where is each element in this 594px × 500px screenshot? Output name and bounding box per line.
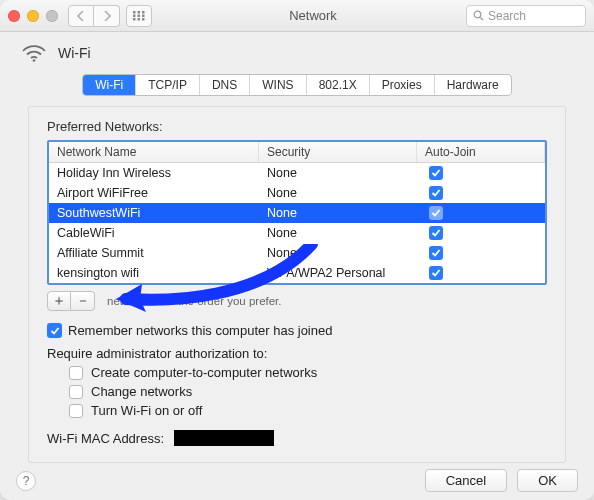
cell-name: Airport WiFiFree	[49, 185, 259, 201]
preferred-networks-label: Preferred Networks:	[47, 119, 547, 134]
cell-name: SouthwestWiFi	[49, 205, 259, 221]
cell-autojoin	[417, 165, 545, 181]
remember-checkbox[interactable]	[47, 323, 62, 338]
tab-hardware[interactable]: Hardware	[435, 75, 511, 95]
table-row[interactable]: kensington wifiWPA/WPA2 Personal	[49, 263, 545, 283]
footer: ? Cancel OK	[0, 463, 594, 500]
tab-wifi[interactable]: Wi-Fi	[83, 75, 136, 95]
window-title: Network	[289, 8, 337, 23]
cell-autojoin	[417, 225, 545, 241]
svg-rect-5	[142, 14, 145, 17]
require-checkbox[interactable]	[69, 385, 83, 399]
require-checkbox[interactable]	[69, 404, 83, 418]
svg-rect-8	[142, 18, 145, 21]
cell-security: None	[259, 245, 417, 261]
settings-panel: Preferred Networks: Network Name Securit…	[28, 106, 566, 463]
svg-point-11	[33, 59, 36, 62]
service-header: Wi-Fi	[0, 32, 594, 70]
svg-rect-3	[133, 14, 136, 17]
table-header: Network Name Security Auto-Join	[49, 142, 545, 163]
drag-hint: networks into the order you prefer.	[107, 295, 282, 307]
table-row[interactable]: CableWiFiNone	[49, 223, 545, 243]
table-row[interactable]: Airport WiFiFreeNone	[49, 183, 545, 203]
cell-autojoin	[417, 245, 545, 261]
mac-label: Wi-Fi MAC Address:	[47, 431, 164, 446]
cell-security: None	[259, 185, 417, 201]
require-label: Change networks	[91, 384, 192, 399]
tab-bar: Wi-FiTCP/IPDNSWINS802.1XProxiesHardware	[0, 74, 594, 96]
cell-security: None	[259, 165, 417, 181]
svg-rect-7	[138, 18, 141, 21]
table-row[interactable]: Affiliate SummitNone	[49, 243, 545, 263]
autojoin-checkbox[interactable]	[429, 186, 443, 200]
autojoin-checkbox[interactable]	[429, 206, 443, 220]
close-window-button[interactable]	[8, 10, 20, 22]
cell-name: Holiday Inn Wireless	[49, 165, 259, 181]
search-placeholder: Search	[488, 9, 526, 23]
svg-rect-1	[138, 11, 141, 14]
mac-address-row: Wi-Fi MAC Address:	[47, 430, 547, 446]
back-button[interactable]	[68, 5, 94, 27]
preferred-networks-table[interactable]: Network Name Security Auto-Join Holiday …	[47, 140, 547, 285]
remove-network-button[interactable]: －	[71, 291, 95, 311]
search-input[interactable]: Search	[466, 5, 586, 27]
minimize-window-button[interactable]	[27, 10, 39, 22]
zoom-window-button[interactable]	[46, 10, 58, 22]
table-row[interactable]: Holiday Inn WirelessNone	[49, 163, 545, 183]
mac-address-redacted	[174, 430, 274, 446]
search-icon	[473, 10, 484, 21]
cell-name: CableWiFi	[49, 225, 259, 241]
autojoin-checkbox[interactable]	[429, 226, 443, 240]
add-network-button[interactable]: ＋	[47, 291, 71, 311]
cell-name: Affiliate Summit	[49, 245, 259, 261]
require-admin-label: Require administrator authorization to:	[47, 346, 547, 361]
require-label: Create computer-to-computer networks	[91, 365, 317, 380]
autojoin-checkbox[interactable]	[429, 166, 443, 180]
wifi-icon	[22, 44, 46, 62]
remember-row: Remember networks this computer has join…	[47, 323, 547, 338]
cancel-button[interactable]: Cancel	[425, 469, 507, 492]
nav-group	[68, 5, 120, 27]
traffic-lights	[8, 10, 58, 22]
svg-line-10	[481, 18, 484, 21]
svg-rect-4	[138, 14, 141, 17]
help-button[interactable]: ?	[16, 471, 36, 491]
tab-wins[interactable]: WINS	[250, 75, 306, 95]
titlebar: Network Search	[0, 0, 594, 32]
require-checkbox[interactable]	[69, 366, 83, 380]
require-item: Turn Wi-Fi on or off	[69, 403, 547, 418]
tab-proxies[interactable]: Proxies	[370, 75, 435, 95]
svg-rect-2	[142, 11, 145, 14]
service-name: Wi-Fi	[58, 45, 91, 61]
ok-button[interactable]: OK	[517, 469, 578, 492]
cell-name: kensington wifi	[49, 265, 259, 281]
remember-label: Remember networks this computer has join…	[68, 323, 332, 338]
autojoin-checkbox[interactable]	[429, 266, 443, 280]
cell-autojoin	[417, 205, 545, 221]
tab-dns[interactable]: DNS	[200, 75, 250, 95]
table-row[interactable]: SouthwestWiFiNone	[49, 203, 545, 223]
tab-tcpip[interactable]: TCP/IP	[136, 75, 200, 95]
cell-security: None	[259, 225, 417, 241]
col-security[interactable]: Security	[259, 142, 417, 162]
autojoin-checkbox[interactable]	[429, 246, 443, 260]
require-item: Create computer-to-computer networks	[69, 365, 547, 380]
col-auto-join[interactable]: Auto-Join	[417, 142, 545, 162]
svg-rect-0	[133, 11, 136, 14]
cell-security: None	[259, 205, 417, 221]
show-all-button[interactable]	[126, 5, 152, 27]
cell-security: WPA/WPA2 Personal	[259, 265, 417, 281]
window: Network Search Wi-Fi Wi-FiTCP/IPDNSWINS8…	[0, 0, 594, 500]
tab-8021x[interactable]: 802.1X	[307, 75, 370, 95]
require-item: Change networks	[69, 384, 547, 399]
require-label: Turn Wi-Fi on or off	[91, 403, 202, 418]
col-network-name[interactable]: Network Name	[49, 142, 259, 162]
table-actions: ＋ － networks into the order you prefer.	[47, 291, 547, 311]
forward-button[interactable]	[94, 5, 120, 27]
svg-point-9	[474, 11, 481, 18]
cell-autojoin	[417, 185, 545, 201]
cell-autojoin	[417, 265, 545, 281]
svg-rect-6	[133, 18, 136, 21]
